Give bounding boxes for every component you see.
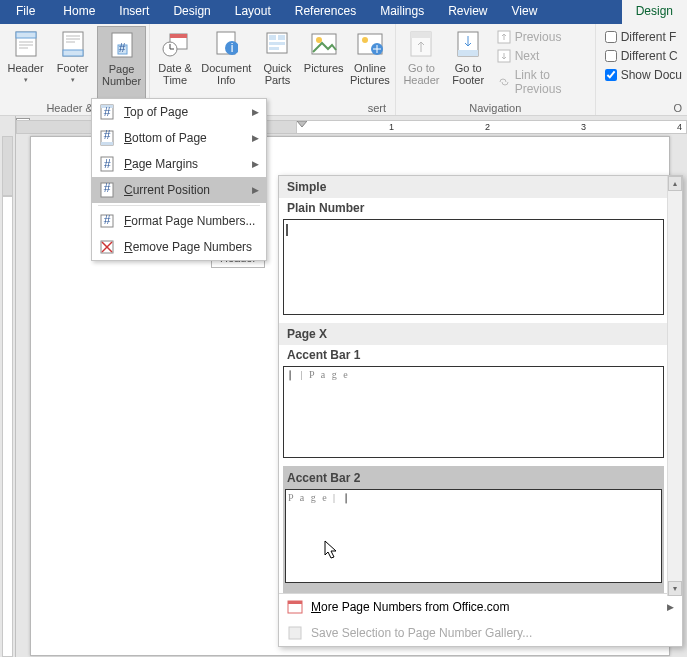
menu-remove-page-numbers[interactable]: Remove Page Numbers (92, 234, 266, 260)
menu-format-page-numbers[interactable]: # Format Page Numbers... (92, 208, 266, 234)
quick-parts-button[interactable]: Quick Parts (255, 26, 299, 101)
show-document-checkbox[interactable]: Show Docu (603, 67, 684, 83)
menu-page-margins[interactable]: # Page Margins ▶ (92, 151, 266, 177)
svg-rect-1 (16, 32, 36, 38)
page-number-menu: # Top of Page ▶ # Bottom of Page ▶ # Pag… (91, 98, 267, 261)
top-of-page-icon: # (98, 103, 116, 121)
link-previous-button[interactable]: Link to Previous (493, 67, 592, 97)
goto-footer-button[interactable]: Go to Footer (446, 26, 491, 101)
gallery-category-simple: Simple (279, 176, 682, 198)
scroll-up-button[interactable]: ▴ (668, 176, 682, 191)
quick-parts-icon (261, 28, 293, 60)
gallery-item-accentbar2-wrap: Accent Bar 2 P a g e | ❙ (283, 466, 664, 593)
goto-footer-label: Go to Footer (448, 62, 489, 86)
tab-home[interactable]: Home (51, 0, 107, 24)
gallery-item-plain-label: Plain Number (283, 198, 664, 217)
menu-bottom-of-page[interactable]: # Bottom of Page ▶ (92, 125, 266, 151)
header-label: Header (8, 62, 44, 74)
submenu-arrow-icon: ▶ (252, 133, 260, 143)
svg-rect-32 (411, 32, 431, 38)
gallery-item-accentbar1[interactable]: ❙ | P a g e (283, 366, 664, 458)
svg-text:#: # (118, 41, 125, 55)
vertical-ruler[interactable] (0, 136, 16, 657)
next-button[interactable]: Next (493, 48, 592, 64)
svg-rect-22 (269, 35, 276, 40)
link-previous-icon (497, 75, 511, 89)
pictures-label: Pictures (304, 62, 344, 74)
svg-point-29 (362, 37, 368, 43)
footer-button[interactable]: Footer ▾ (50, 26, 95, 101)
tab-insert[interactable]: Insert (107, 0, 161, 24)
tab-mailings[interactable]: Mailings (368, 0, 436, 24)
next-icon (497, 49, 511, 63)
gallery-category-pagex: Page X (279, 323, 682, 345)
date-time-label: Date & Time (155, 62, 195, 86)
goto-header-label: Go to Header (401, 62, 442, 86)
pictures-icon (308, 28, 340, 60)
different-first-checkbox[interactable]: Different F (603, 29, 684, 45)
gallery-footer: More Page Numbers from Office.com ▶ Save… (279, 593, 682, 646)
submenu-arrow-icon: ▶ (667, 602, 674, 612)
gallery-preview-text: P a g e | ❙ (288, 492, 352, 503)
group-label-options: O (599, 101, 684, 115)
ruler-number: 2 (485, 122, 490, 132)
tab-references[interactable]: References (283, 0, 368, 24)
ruler-number: 3 (581, 122, 586, 132)
gallery-save-selection-label: Save Selection to Page Number Gallery... (311, 626, 532, 640)
scroll-down-button[interactable]: ▾ (668, 581, 682, 596)
date-time-button[interactable]: Date & Time (153, 26, 197, 101)
goto-header-button[interactable]: Go to Header (399, 26, 444, 101)
menu-current-position[interactable]: # Current Position ▶ (92, 177, 266, 203)
menu-top-of-page[interactable]: # Top of Page ▶ (92, 99, 266, 125)
tab-review[interactable]: Review (436, 0, 499, 24)
menu-bottom-of-page-label: Bottom of Page (124, 131, 244, 145)
ruler-number: 4 (677, 122, 682, 132)
tab-design[interactable]: Design (161, 0, 222, 24)
svg-point-27 (316, 37, 322, 43)
indent-marker[interactable] (297, 121, 307, 129)
gallery-save-selection: Save Selection to Page Number Gallery... (279, 620, 682, 646)
previous-label: Previous (515, 30, 562, 44)
page-number-gallery: Simple Plain Number Page X Accent Bar 1 … (278, 175, 683, 647)
tab-view[interactable]: View (500, 0, 550, 24)
page-margins-icon: # (98, 155, 116, 173)
ruler-number: 1 (389, 122, 394, 132)
gallery-item-accentbar2[interactable]: P a g e | ❙ (285, 489, 662, 583)
tab-layout[interactable]: Layout (223, 0, 283, 24)
online-pictures-button[interactable]: Online Pictures (348, 26, 392, 101)
pictures-button[interactable]: Pictures (302, 26, 346, 101)
different-odd-even-label: Different C (621, 49, 678, 63)
svg-rect-6 (63, 50, 83, 56)
menu-page-margins-label: Page Margins (124, 157, 244, 171)
page-number-button[interactable]: # Page Number (97, 26, 146, 101)
gallery-scrollbar[interactable]: ▴ ▾ (667, 176, 682, 596)
different-odd-even-checkbox[interactable]: Different C (603, 48, 684, 64)
gallery-item-plain[interactable] (283, 219, 664, 315)
tab-context-design[interactable]: Design (622, 0, 687, 24)
document-info-icon: i (210, 28, 242, 60)
previous-button[interactable]: Previous (493, 29, 592, 45)
format-page-numbers-icon: # (98, 212, 116, 230)
header-button[interactable]: Header ▾ (3, 26, 48, 101)
header-icon (10, 28, 42, 60)
svg-rect-25 (269, 47, 279, 50)
previous-icon (497, 30, 511, 44)
submenu-arrow-icon: ▶ (252, 159, 260, 169)
gallery-preview-text: ❙ | P a g e (286, 369, 350, 380)
page-number-icon: # (106, 29, 138, 61)
footer-label: Footer (57, 62, 89, 74)
date-time-icon (159, 28, 191, 60)
svg-rect-23 (278, 35, 285, 40)
svg-text:#: # (104, 213, 111, 227)
goto-header-icon (405, 28, 437, 60)
menu-separator (98, 205, 260, 206)
svg-text:i: i (231, 41, 234, 55)
tab-file[interactable]: File (0, 0, 51, 24)
online-pictures-label: Online Pictures (350, 62, 390, 86)
submenu-arrow-icon: ▶ (252, 107, 260, 117)
document-info-label: Document Info (201, 62, 251, 86)
gallery-more-from-office[interactable]: More Page Numbers from Office.com ▶ (279, 594, 682, 620)
document-info-button[interactable]: i Document Info (199, 26, 253, 101)
page-number-label: Page Number (100, 63, 143, 87)
bottom-of-page-icon: # (98, 129, 116, 147)
